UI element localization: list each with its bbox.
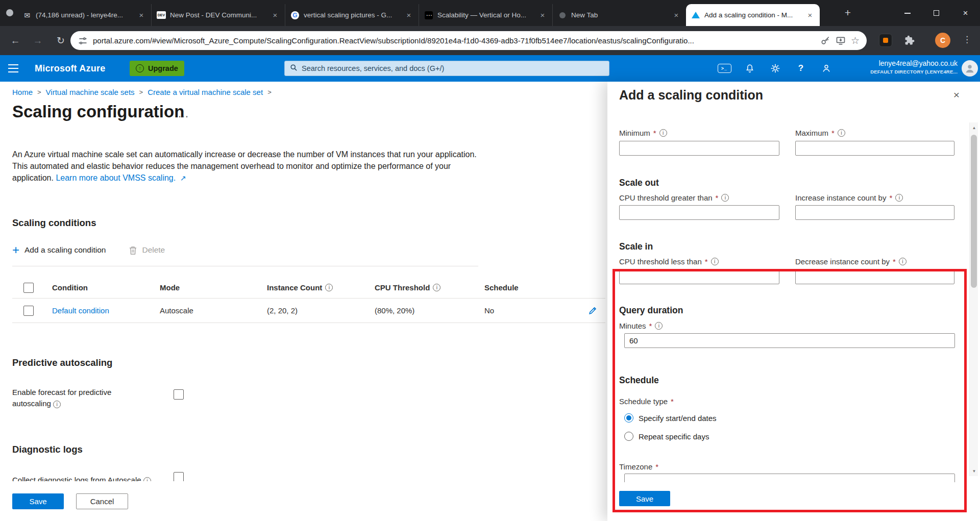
info-icon[interactable]: i bbox=[659, 129, 667, 137]
azure-favicon-triangle bbox=[692, 12, 700, 18]
tab-close-icon[interactable]: × bbox=[271, 11, 280, 19]
info-icon[interactable]: i bbox=[721, 194, 729, 202]
scroll-up-icon[interactable]: ▲ bbox=[970, 122, 978, 133]
password-key-icon[interactable] bbox=[820, 36, 830, 46]
account-info[interactable]: lenye4real@yahoo.co.uk DEFAULT DIRECTORY… bbox=[870, 59, 958, 75]
info-icon[interactable]: i bbox=[711, 258, 719, 265]
maximum-input[interactable] bbox=[795, 141, 954, 156]
diagnostic-checkbox[interactable] bbox=[174, 472, 184, 482]
minutes-input[interactable] bbox=[624, 333, 955, 348]
required-asterisk: * bbox=[893, 257, 896, 266]
breadcrumb-create-vmss[interactable]: Create a virtual machine scale set bbox=[148, 88, 263, 96]
chevron-icon: > bbox=[37, 88, 41, 96]
minimize-button[interactable] bbox=[893, 0, 922, 26]
add-scaling-condition-button[interactable]: + Add a scaling condition bbox=[12, 245, 106, 255]
info-icon[interactable]: i bbox=[838, 129, 845, 137]
close-window-button[interactable]: × bbox=[951, 0, 980, 26]
default-condition-link[interactable]: Default condition bbox=[52, 306, 109, 315]
breadcrumb: Home > Virtual machine scale sets > Crea… bbox=[12, 88, 272, 96]
delete-label: Delete bbox=[142, 245, 165, 255]
row-checkbox[interactable] bbox=[23, 306, 34, 316]
install-app-icon[interactable] bbox=[836, 36, 846, 46]
more-options-icon[interactable]: … bbox=[178, 107, 190, 120]
delete-button[interactable]: Delete bbox=[129, 245, 165, 255]
extension-icon[interactable] bbox=[879, 34, 892, 47]
maximize-button[interactable] bbox=[922, 0, 951, 26]
info-icon[interactable]: i bbox=[433, 284, 440, 291]
browser-menu-icon[interactable]: ⋮ bbox=[963, 34, 971, 45]
radio-unselected-icon[interactable] bbox=[624, 432, 633, 441]
tab-azure-active[interactable]: Add a scaling condition - M... × bbox=[686, 4, 820, 26]
radio-selected-icon[interactable] bbox=[624, 413, 633, 423]
info-icon[interactable]: i bbox=[895, 194, 903, 202]
cloud-shell-button[interactable]: >_ bbox=[714, 55, 734, 82]
hamburger-menu-icon[interactable] bbox=[8, 64, 18, 72]
query-duration-heading: Query duration bbox=[619, 305, 683, 316]
predictive-checkbox[interactable] bbox=[174, 389, 184, 400]
azure-brand[interactable]: Microsoft Azure bbox=[35, 63, 105, 74]
decrease-count-input[interactable] bbox=[795, 269, 954, 284]
intro-paragraph: An Azure virtual machine scale set can a… bbox=[12, 148, 482, 184]
bookmark-star-icon[interactable]: ☆ bbox=[851, 35, 860, 46]
scroll-down-icon[interactable]: ▼ bbox=[970, 466, 978, 476]
edit-condition-button[interactable] bbox=[580, 306, 605, 315]
tab-mail[interactable]: ✉ (74,186 unread) - lenye4re... × bbox=[17, 4, 151, 26]
col-cpu-threshold: CPU Threshold i bbox=[371, 283, 480, 292]
notifications-button[interactable] bbox=[740, 55, 760, 82]
scaling-conditions-table: Condition Mode Instance Count i CPU Thre… bbox=[12, 277, 605, 323]
browser-profile-avatar[interactable]: C bbox=[935, 33, 950, 48]
address-bar[interactable]: portal.azure.com/#view/Microsoft_Azure_C… bbox=[70, 31, 867, 50]
scrollbar-thumb[interactable] bbox=[971, 135, 977, 288]
tab-new-tab[interactable]: New Tab × bbox=[552, 4, 686, 26]
forward-button[interactable]: → bbox=[31, 34, 44, 47]
account-email: lenye4real@yahoo.co.uk bbox=[870, 59, 958, 67]
increase-count-input[interactable] bbox=[795, 205, 954, 220]
panel-close-icon[interactable]: × bbox=[950, 89, 963, 101]
extensions-puzzle-icon[interactable] bbox=[904, 35, 915, 48]
info-icon[interactable]: i bbox=[53, 401, 61, 408]
cpu-less-input[interactable] bbox=[619, 269, 779, 284]
radio-repeat-days[interactable]: Repeat specific days bbox=[624, 432, 709, 441]
predictive-checkbox-label: Enable forecast for predictive autoscali… bbox=[12, 387, 129, 409]
tab-close-icon[interactable]: × bbox=[672, 11, 681, 19]
panel-save-button[interactable]: Save bbox=[619, 491, 670, 506]
cell-cpu-threshold: (80%, 20%) bbox=[371, 306, 480, 315]
select-all-checkbox[interactable] bbox=[23, 283, 34, 293]
breadcrumb-home[interactable]: Home bbox=[12, 88, 33, 96]
tab-close-icon[interactable]: × bbox=[538, 11, 547, 19]
cancel-button[interactable]: Cancel bbox=[76, 493, 128, 509]
reload-button[interactable]: ↻ bbox=[54, 34, 67, 47]
vmss-scaling-link[interactable]: Learn more about VMSS scaling. bbox=[56, 173, 176, 182]
tab-google-search[interactable]: G vertical scaling pictures - G... × bbox=[285, 4, 419, 26]
tab-dev[interactable]: DEV New Post - DEV Communi... × bbox=[151, 4, 285, 26]
back-button[interactable]: ← bbox=[9, 34, 22, 47]
info-icon[interactable]: i bbox=[899, 258, 906, 265]
info-icon[interactable]: i bbox=[325, 284, 333, 291]
external-link-icon: ↗ bbox=[180, 174, 186, 182]
breadcrumb-vmss[interactable]: Virtual machine scale sets bbox=[46, 88, 135, 96]
account-avatar[interactable] bbox=[962, 60, 978, 77]
help-button[interactable]: ? bbox=[791, 55, 811, 82]
panel-scrollbar[interactable]: ▲ ▼ bbox=[969, 122, 978, 476]
site-settings-icon[interactable] bbox=[78, 36, 88, 46]
radio-specify-dates[interactable]: Specify start/end dates bbox=[624, 413, 717, 423]
global-search[interactable] bbox=[284, 61, 609, 76]
info-icon[interactable]: i bbox=[655, 322, 663, 330]
feedback-button[interactable] bbox=[816, 55, 837, 82]
upgrade-button[interactable]: ↑ Upgrade bbox=[130, 61, 184, 76]
tab-close-icon[interactable]: × bbox=[137, 11, 146, 19]
tab-close-icon[interactable]: × bbox=[805, 11, 815, 19]
tab-close-icon[interactable]: × bbox=[404, 11, 413, 19]
save-button[interactable]: Save bbox=[12, 493, 64, 509]
new-tab-button[interactable]: + bbox=[841, 7, 854, 20]
settings-button[interactable] bbox=[765, 55, 786, 82]
timezone-label: Timezone * bbox=[619, 462, 659, 471]
tab-article[interactable]: ⋯ Scalability — Vertical or Ho... × bbox=[419, 4, 552, 26]
cell-instance-count: (2, 20, 2) bbox=[263, 306, 371, 315]
person-icon bbox=[964, 63, 975, 74]
cpu-greater-input[interactable] bbox=[619, 205, 779, 220]
minimum-input[interactable] bbox=[619, 141, 779, 156]
panel-title: Add a scaling condition bbox=[619, 88, 763, 103]
search-input[interactable] bbox=[302, 64, 604, 72]
maximum-label: Maximum * i bbox=[795, 129, 845, 137]
